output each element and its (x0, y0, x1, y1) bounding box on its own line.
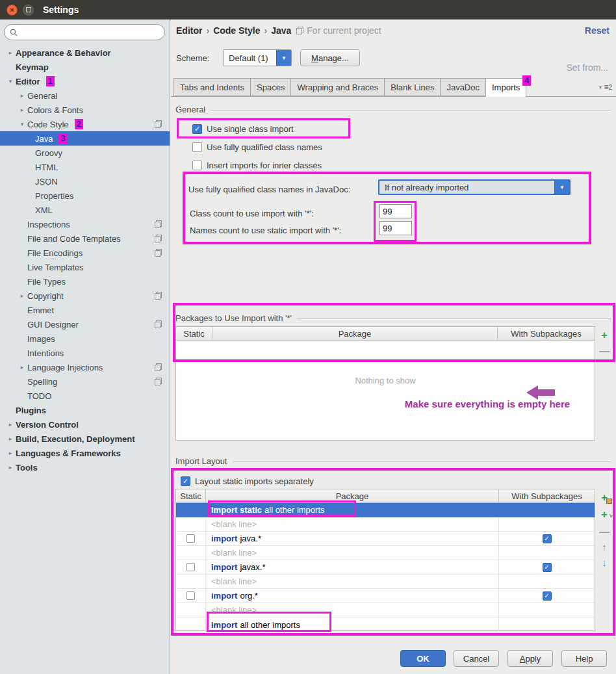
static-checkbox[interactable] (186, 591, 195, 600)
sidebar-item-keymap[interactable]: Keymap (0, 60, 170, 74)
sidebar-item-plugins[interactable]: Plugins (0, 403, 170, 417)
import-layout-row[interactable]: import staticall other imports (176, 503, 595, 517)
static-checkbox[interactable] (186, 534, 195, 543)
import-layout-row[interactable]: <blank line> (176, 603, 595, 617)
add-package-row-button[interactable]: + (598, 492, 611, 504)
import-layout-row[interactable]: <blank line> (176, 546, 595, 560)
sidebar-item-xml[interactable]: XML (0, 203, 170, 217)
import-layout-row[interactable]: importjava.* (176, 532, 595, 546)
tab-wrapping-and-braces[interactable]: Wrapping and Braces (290, 78, 385, 96)
sidebar-item-languages-frameworks[interactable]: ▸Languages & Frameworks (0, 446, 170, 460)
checkbox-row-insert-imports-for-inner-classes[interactable]: Insert imports for inner classes (192, 159, 322, 172)
remove-package-button[interactable]: — (598, 346, 611, 357)
move-up-button[interactable]: ↑ (598, 541, 611, 552)
right-arrow-icon[interactable]: ▸ (18, 364, 26, 370)
sidebar-item-groovy[interactable]: Groovy (0, 146, 170, 160)
move-down-button[interactable]: ↓ (598, 556, 611, 568)
ok-button[interactable]: OK (400, 650, 446, 667)
settings-search-box[interactable] (4, 24, 165, 40)
scheme-select[interactable]: Default (1) ▼ (223, 49, 292, 66)
chevron-down-icon[interactable]: ▼ (554, 181, 569, 194)
tab-blank-lines[interactable]: Blank Lines (384, 78, 441, 96)
cancel-button[interactable]: Cancel (454, 650, 499, 667)
class-count-input[interactable] (379, 204, 412, 218)
down-arrow-icon[interactable]: ▾ (18, 121, 26, 127)
manage-button[interactable]: Manage... (300, 49, 360, 66)
sidebar-item-general[interactable]: ▸General (0, 88, 170, 103)
packages-table[interactable]: Static Package With Subpackages Nothing … (175, 326, 595, 441)
window-close-icon[interactable]: × (6, 5, 18, 16)
sidebar-item-file-types[interactable]: File Types (0, 274, 170, 289)
right-arrow-icon[interactable]: ▸ (6, 450, 14, 456)
import-layout-row[interactable]: <blank line> (176, 517, 595, 532)
right-arrow-icon[interactable]: ▸ (18, 292, 26, 299)
sidebar-item-tools[interactable]: ▸Tools (0, 460, 170, 474)
sidebar-item-live-templates[interactable]: Live Templates (0, 260, 170, 274)
add-package-button[interactable]: + (598, 330, 611, 341)
names-count-input[interactable] (379, 221, 412, 235)
reset-link[interactable]: Reset (585, 25, 610, 36)
right-arrow-icon[interactable]: ▸ (6, 421, 14, 428)
sidebar-item-intentions[interactable]: Intentions (0, 346, 170, 360)
sidebar-item-spelling[interactable]: Spelling (0, 374, 170, 389)
sidebar-item-images[interactable]: Images (0, 331, 170, 346)
sidebar-item-properties[interactable]: Properties (0, 188, 170, 203)
tab-javadoc[interactable]: JavaDoc (440, 78, 486, 96)
help-button[interactable]: Help (561, 650, 607, 667)
with-subpackages-checkbox[interactable] (543, 563, 552, 572)
javadoc-fqn-select[interactable]: If not already imported ▼ (378, 179, 571, 195)
right-arrow-icon[interactable]: ▸ (6, 435, 14, 442)
with-subpackages-checkbox[interactable] (543, 591, 552, 601)
hidden-tabs-button[interactable]: ▼ ≡ 2 (598, 83, 612, 92)
sidebar-item-colors-fonts[interactable]: ▸Colors & Fonts (0, 103, 170, 117)
sidebar-item-code-style[interactable]: ▾Code Style2 (0, 117, 170, 131)
sidebar-item-file-and-code-templates[interactable]: File and Code Templates (0, 231, 170, 246)
chevron-down-icon[interactable]: ▼ (276, 50, 291, 66)
import-layout-row[interactable]: importorg.* (176, 589, 595, 603)
insert-imports-for-inner-classes-checkbox[interactable] (192, 161, 202, 170)
right-arrow-icon[interactable]: ▸ (18, 107, 26, 113)
add-blank-line-button[interactable]: +\n (598, 509, 611, 521)
tab-tabs-and-indents[interactable]: Tabs and Indents (173, 78, 251, 96)
sidebar-item-html[interactable]: HTML (0, 160, 170, 174)
import-layout-row[interactable]: importall other imports (176, 617, 595, 632)
sidebar-item-emmet[interactable]: Emmet (0, 303, 170, 317)
sidebar-item-todo[interactable]: TODO (0, 389, 170, 403)
tab-spaces[interactable]: Spaces (250, 78, 291, 96)
import-layout-row[interactable]: <blank line> (176, 575, 595, 589)
window-maximize-icon[interactable] (23, 5, 34, 16)
sidebar-item-editor[interactable]: ▾Editor1 (0, 74, 170, 88)
sidebar-item-appearance-behavior[interactable]: ▸Appearance & Behavior (0, 45, 170, 60)
import-layout-row[interactable]: importjavax.* (176, 560, 595, 575)
sidebar-item-version-control[interactable]: ▸Version Control (0, 417, 170, 432)
with-subpackages-checkbox[interactable] (543, 534, 552, 543)
import-layout-table[interactable]: Static Package With Subpackages import s… (175, 489, 595, 631)
use-single-class-import-checkbox[interactable] (192, 124, 202, 134)
breadcrumb-code-style[interactable]: Code Style (213, 25, 260, 36)
layout-static-imports-row[interactable]: Layout static imports separately (181, 474, 314, 487)
sidebar-item-file-encodings[interactable]: File Encodings (0, 246, 170, 260)
down-arrow-icon[interactable]: ▾ (6, 78, 14, 84)
tab-imports[interactable]: Imports4 (485, 78, 526, 97)
right-arrow-icon[interactable]: ▸ (6, 49, 14, 56)
static-checkbox[interactable] (186, 563, 195, 571)
sidebar-item-java[interactable]: Java3 (0, 131, 170, 146)
sidebar-item-language-injections[interactable]: ▸Language Injections (0, 360, 170, 374)
settings-search-input[interactable] (21, 27, 164, 38)
right-arrow-icon[interactable]: ▸ (6, 464, 14, 471)
remove-row-button[interactable]: — (598, 526, 611, 538)
checkbox-row-use-fully-qualified-class-names[interactable]: Use fully qualified class names (192, 140, 322, 153)
layout-static-imports-checkbox[interactable] (181, 476, 190, 486)
sidebar-item-build-execution-deployment[interactable]: ▸Build, Execution, Deployment (0, 432, 170, 446)
sidebar-item-label: Spelling (27, 377, 57, 387)
use-fully-qualified-class-names-checkbox[interactable] (192, 142, 202, 152)
breadcrumb-editor[interactable]: Editor (176, 25, 202, 36)
right-arrow-icon[interactable]: ▸ (18, 92, 26, 99)
sidebar-item-inspections[interactable]: Inspections (0, 217, 170, 231)
sidebar-item-gui-designer[interactable]: GUI Designer (0, 317, 170, 331)
sidebar-item-json[interactable]: JSON (0, 174, 170, 188)
checkbox-row-use-single-class-import[interactable]: Use single class import (192, 122, 322, 135)
set-from-link[interactable]: Set from... (566, 62, 608, 73)
sidebar-item-copyright[interactable]: ▸Copyright (0, 289, 170, 303)
apply-button[interactable]: Apply (507, 650, 553, 667)
